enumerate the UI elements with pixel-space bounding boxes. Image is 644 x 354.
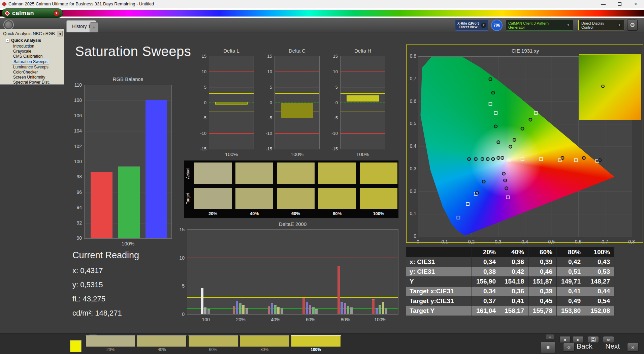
cie-x-tick-label: 0,5 [544, 239, 559, 244]
measured-point [481, 157, 484, 160]
current-reading-x: x: 0,4317 [72, 266, 103, 275]
eject-right-button[interactable]: ▲ [546, 334, 554, 339]
saturation-button-label: 20% [86, 347, 135, 352]
current-patch-swatch[interactable] [70, 340, 82, 352]
chevron-down-icon[interactable]: ▼ [617, 23, 622, 28]
y-tick-label: 15 [195, 54, 206, 59]
sidebar-item-grayscale[interactable]: Grayscale [12, 49, 33, 54]
saturation-button-100[interactable]: 100% [291, 335, 341, 351]
bar-green [118, 167, 140, 238]
brand-bar: calman ▼ [0, 8, 644, 18]
ref-line [209, 93, 254, 94]
sidebar-item-introduction[interactable]: Introduction [12, 44, 36, 49]
y-tick-label: 106 [66, 113, 82, 118]
saturation-button-80[interactable]: 80% [239, 335, 289, 351]
table-cell: 0,41 [557, 287, 585, 296]
table-cell: 151,87 [528, 277, 557, 287]
target-point [457, 216, 460, 219]
de-bar [242, 305, 245, 314]
measured-point [513, 138, 516, 141]
saturation-button-swatch [188, 335, 238, 347]
table-row-label: Target Y [406, 306, 472, 316]
window-controls: — × [600, 1, 641, 7]
infinity-icon: ∞ [607, 337, 610, 343]
swatch-col-label: 20% [194, 211, 232, 216]
sidebar-root-item[interactable]: − Quick Analysis [0, 37, 64, 43]
ref-line [341, 102, 385, 103]
sidebar-collapse-button[interactable]: ◀ [57, 31, 63, 36]
measured-point [561, 156, 564, 159]
window-title: Calman 2025 Calman Ultimate for Business… [8, 1, 154, 6]
display-control-dropdown[interactable]: Direct Display Control ▼ [578, 20, 624, 31]
stop-icon: ■ [564, 338, 566, 342]
y-tick-label: 15 [174, 227, 185, 232]
sidebar-item-colorchecker[interactable]: ColorChecker [12, 70, 39, 75]
chevron-down-icon[interactable]: ▼ [566, 23, 571, 28]
save-icon [591, 337, 595, 342]
y-tick-label: 104 [66, 128, 82, 134]
maximize-button[interactable] [616, 1, 622, 7]
cie-x-tick-label: 0,6 [571, 239, 586, 244]
table-cell: 0,36 [500, 287, 528, 296]
logo-menu-arrow-icon[interactable]: ▼ [54, 10, 59, 16]
sidebar-item-screen-uniformity[interactable]: Screen Uniformity [12, 75, 46, 80]
table-cell: 155,78 [528, 306, 557, 316]
next-button[interactable]: Next [605, 342, 620, 350]
y-tick-label: -10 [261, 131, 272, 136]
next-chevrons-button[interactable]: » [627, 343, 639, 352]
back-chevrons-button[interactable]: « [563, 343, 575, 352]
session-menu-button[interactable] [3, 20, 14, 30]
pattern-generator-label: CalMAN Client 3 Pattern Generator [508, 21, 566, 29]
chevrons-left-icon: « [567, 344, 570, 351]
calman-logo-button[interactable]: calman ▼ [2, 8, 63, 18]
frame-mode-button[interactable]: ■ [541, 342, 555, 353]
stop-button[interactable]: ■ [559, 336, 571, 343]
close-button[interactable]: × [633, 1, 639, 7]
swatch-actual-20 [194, 163, 232, 184]
gridline [341, 87, 385, 88]
saturation-button-label: 100% [291, 347, 341, 352]
target-point [506, 196, 509, 199]
bottom-bar: ▲ 20%40%60%80%100% ▲ ■ ▶ ∞ ■ « Back Next… [0, 333, 644, 354]
saturation-button-swatch [239, 335, 289, 347]
sidebar-item-cms-calibration[interactable]: CMS Calibration [12, 54, 44, 59]
swatch-target-100 [360, 188, 397, 209]
chevron-down-icon[interactable]: ▼ [481, 23, 486, 28]
table-cell: 0,39 [528, 287, 557, 296]
measured-point [502, 172, 505, 175]
cie-x-tick-label: 0,4 [517, 239, 532, 244]
table-row: Target y:CIE310,370,410,450,490,54 [406, 296, 614, 306]
table-cell: 0,43 [585, 257, 614, 267]
tree-expander-icon[interactable]: − [6, 39, 9, 42]
back-button[interactable]: Back [577, 342, 592, 350]
sidebar-item-saturation-sweeps[interactable]: Saturation Sweeps [12, 59, 49, 64]
measured-point [474, 157, 477, 160]
save-button[interactable] [588, 336, 599, 343]
settings-button[interactable]: ⚙ [627, 20, 638, 31]
target-point [558, 159, 561, 162]
measured-point [504, 179, 507, 182]
table-cell: 0,38 [472, 267, 500, 277]
measured-point [529, 118, 532, 121]
ref-line [275, 71, 319, 72]
link-button[interactable]: ∞ [603, 336, 614, 343]
sidebar-item-spectral-power-dist[interactable]: Spectral Power Dist. [12, 80, 51, 85]
measured-point [598, 159, 601, 162]
gridline [275, 87, 319, 88]
saturation-button-swatch [137, 335, 187, 347]
page-title: Saturation Sweeps [75, 44, 191, 59]
saturation-button-40[interactable]: 40% [137, 335, 187, 351]
meter-dropdown[interactable]: X-Rite i1Pro 3 Direct View ▼ [455, 20, 488, 31]
table-cell: 153,80 [557, 306, 585, 316]
add-tab-button[interactable]: + [90, 22, 98, 32]
play-button[interactable]: ▶ [573, 336, 584, 343]
saturation-button-60[interactable]: 60% [188, 335, 238, 351]
sidebar-item-luminance-sweeps[interactable]: Luminance Sweeps [12, 65, 50, 69]
saturation-button-20[interactable]: 20% [86, 335, 135, 351]
saturation-button-label: 80% [239, 347, 289, 352]
measured-point [491, 157, 494, 160]
pattern-generator-dropdown[interactable]: CalMAN Client 3 Pattern Generator ▼ [506, 20, 573, 31]
de-bar [271, 303, 273, 314]
delta-bar [281, 103, 313, 118]
minimize-button[interactable]: — [600, 1, 606, 7]
